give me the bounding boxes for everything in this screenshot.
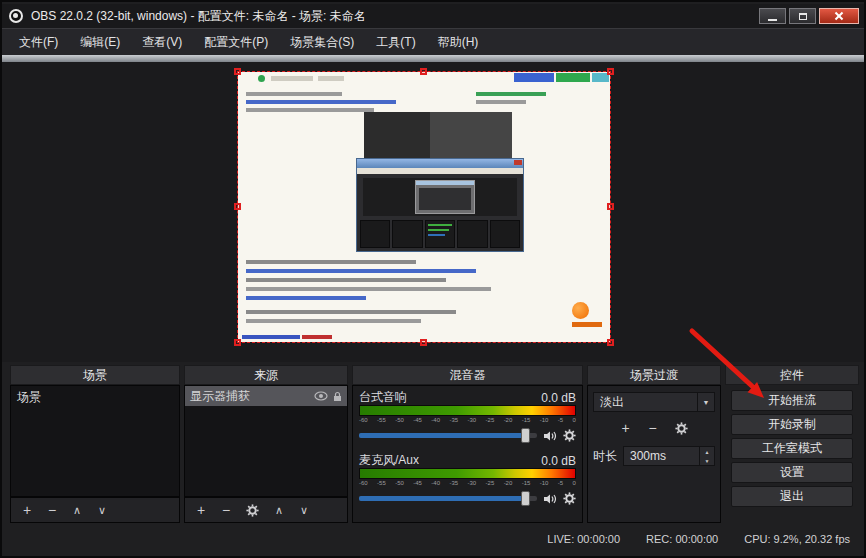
resize-handle-bottom-left[interactable] bbox=[234, 339, 241, 346]
transitions-panel: 场景过渡 淡出 ▼ + − 时长 300ms ▲ ▼ bbox=[587, 365, 721, 523]
channel-gear-icon[interactable] bbox=[563, 429, 576, 442]
add-transition-button[interactable]: + bbox=[621, 421, 631, 435]
captured-menubar bbox=[357, 168, 523, 174]
maximize-button[interactable] bbox=[789, 8, 816, 24]
minimize-button[interactable] bbox=[759, 8, 786, 24]
menu-file[interactable]: 文件(F) bbox=[8, 29, 69, 56]
obs-window: OBS 22.0.2 (32-bit, windows) - 配置文件: 未命名… bbox=[0, 0, 866, 558]
resize-handle-mid-left[interactable] bbox=[234, 203, 241, 210]
speaker-icon[interactable] bbox=[543, 493, 557, 505]
transitions-header: 场景过渡 bbox=[587, 365, 721, 385]
divider bbox=[2, 55, 864, 62]
volume-slider-handle[interactable] bbox=[521, 491, 530, 506]
decor-link-line bbox=[246, 100, 396, 104]
move-source-up-button[interactable]: ∧ bbox=[274, 505, 284, 516]
channel-name: 台式音响 bbox=[359, 389, 407, 406]
decor-logo bbox=[572, 302, 589, 319]
volume-meter bbox=[359, 468, 576, 479]
resize-handle-top-left[interactable] bbox=[234, 68, 241, 75]
mixer-channel-mic-aux: 麦克风/Aux 0.0 dB -60-55-50-45-40-35-30-25-… bbox=[359, 453, 576, 509]
menu-tools[interactable]: 工具(T) bbox=[365, 29, 426, 56]
channel-level: 0.0 dB bbox=[541, 391, 576, 405]
scenes-list[interactable]: 场景 bbox=[10, 385, 180, 497]
add-scene-button[interactable]: + bbox=[22, 503, 32, 517]
duration-value: 300ms bbox=[630, 449, 666, 463]
menu-scene-collection[interactable]: 场景集合(S) bbox=[279, 29, 365, 56]
move-scene-up-button[interactable]: ∧ bbox=[72, 505, 82, 516]
decor-text-line bbox=[246, 92, 342, 96]
titlebar: OBS 22.0.2 (32-bit, windows) - 配置文件: 未命名… bbox=[2, 4, 864, 28]
decor-url-line bbox=[242, 335, 300, 339]
decor-button-green bbox=[556, 73, 590, 82]
settings-button[interactable]: 设置 bbox=[731, 462, 853, 483]
decor-dot bbox=[258, 75, 265, 82]
captured-titlebar bbox=[357, 159, 523, 168]
menubar: 文件(F) 编辑(E) 查看(V) 配置文件(P) 场景集合(S) 工具(T) … bbox=[2, 28, 864, 56]
decor-button-blue bbox=[514, 73, 554, 82]
decor-url-line bbox=[302, 335, 332, 339]
remove-transition-button[interactable]: − bbox=[648, 421, 658, 435]
status-bar: LIVE: 00:00:00 REC: 00:00:00 CPU: 9.2%, … bbox=[2, 526, 864, 552]
captured-nested-body bbox=[419, 188, 471, 210]
source-list-item[interactable]: 显示器捕获 bbox=[185, 386, 347, 406]
obs-logo-icon bbox=[9, 9, 23, 23]
move-source-down-button[interactable]: ∨ bbox=[299, 505, 309, 516]
captured-nested-titlebar bbox=[416, 181, 474, 185]
add-source-button[interactable]: + bbox=[196, 503, 206, 517]
start-streaming-button[interactable]: 开始推流 bbox=[731, 390, 853, 411]
decor-text-line bbox=[476, 92, 546, 96]
chevron-down-icon[interactable]: ▼ bbox=[697, 393, 714, 411]
sources-panel: 来源 显示器捕获 + − ∧ ∨ bbox=[184, 365, 348, 523]
eye-icon[interactable] bbox=[314, 391, 328, 401]
window-title: OBS 22.0.2 (32-bit, windows) - 配置文件: 未命名… bbox=[31, 8, 366, 25]
duration-spinbox[interactable]: 300ms ▲ ▼ bbox=[623, 446, 715, 466]
decor-text-line bbox=[246, 278, 446, 282]
volume-meter bbox=[359, 405, 576, 416]
mixer-channel-desktop-audio: 台式音响 0.0 dB -60-55-50-45-40-35-30-25-20-… bbox=[359, 390, 576, 446]
mixer-panel: 混音器 台式音响 0.0 dB -60-55-50-45-40-35-30-25… bbox=[352, 365, 583, 523]
resize-handle-bottom-center[interactable] bbox=[420, 339, 427, 346]
volume-slider-handle[interactable] bbox=[521, 428, 530, 443]
menu-help[interactable]: 帮助(H) bbox=[427, 29, 490, 56]
captured-dock-panel bbox=[490, 220, 520, 248]
speaker-icon[interactable] bbox=[543, 430, 557, 442]
sources-list[interactable]: 显示器捕获 bbox=[184, 385, 348, 497]
volume-slider[interactable] bbox=[359, 433, 537, 438]
meter-scale: -60-55-50-45-40-35-30-25-20-15-10-50 bbox=[359, 479, 576, 488]
display-capture-source[interactable] bbox=[238, 72, 610, 342]
resize-handle-top-right[interactable] bbox=[607, 68, 614, 75]
channel-gear-icon[interactable] bbox=[563, 492, 576, 505]
duration-label: 时长 bbox=[593, 448, 617, 465]
remove-source-button[interactable]: − bbox=[221, 503, 231, 517]
resize-handle-mid-right[interactable] bbox=[607, 203, 614, 210]
spin-down-icon[interactable]: ▼ bbox=[700, 456, 714, 465]
source-properties-gear-icon[interactable] bbox=[246, 504, 259, 517]
close-button[interactable] bbox=[819, 8, 859, 24]
remove-scene-button[interactable]: − bbox=[47, 503, 57, 517]
volume-slider[interactable] bbox=[359, 496, 537, 501]
status-live: LIVE: 00:00:00 bbox=[547, 533, 620, 545]
move-scene-down-button[interactable]: ∨ bbox=[97, 505, 107, 516]
menu-view[interactable]: 查看(V) bbox=[131, 29, 193, 56]
transition-select[interactable]: 淡出 ▼ bbox=[593, 392, 715, 412]
source-label: 显示器捕获 bbox=[190, 388, 250, 405]
exit-button[interactable]: 退出 bbox=[731, 486, 853, 507]
captured-nested-window bbox=[415, 180, 475, 214]
transition-gear-icon[interactable] bbox=[675, 422, 688, 435]
preview-canvas[interactable] bbox=[2, 62, 864, 362]
resize-handle-bottom-right[interactable] bbox=[607, 339, 614, 346]
decor-text-line bbox=[246, 108, 374, 112]
scenes-toolbar: + − ∧ ∨ bbox=[10, 497, 180, 523]
spin-up-icon[interactable]: ▲ bbox=[700, 447, 714, 456]
start-recording-button[interactable]: 开始录制 bbox=[731, 414, 853, 435]
controls-panel: 控件 开始推流 开始录制 工作室模式 设置 退出 bbox=[725, 365, 859, 523]
lock-icon[interactable] bbox=[333, 391, 342, 402]
resize-handle-top-center[interactable] bbox=[420, 68, 427, 75]
scene-list-item[interactable]: 场景 bbox=[11, 386, 179, 409]
captured-dock-panel bbox=[360, 220, 390, 248]
menu-edit[interactable]: 编辑(E) bbox=[69, 29, 131, 56]
studio-mode-button[interactable]: 工作室模式 bbox=[731, 438, 853, 459]
status-rec: REC: 00:00:00 bbox=[646, 533, 718, 545]
decor-logo-text bbox=[572, 322, 602, 327]
menu-profile[interactable]: 配置文件(P) bbox=[193, 29, 279, 56]
